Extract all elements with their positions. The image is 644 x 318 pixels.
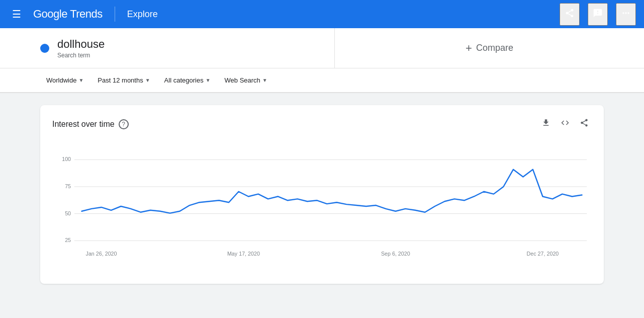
y-label-75: 75 bbox=[65, 183, 71, 189]
compare-button[interactable]: + Compare bbox=[457, 38, 521, 59]
chart-title: Interest over time bbox=[52, 120, 115, 129]
embed-button[interactable] bbox=[558, 115, 573, 133]
filters-bar: Worldwide ▼ Past 12 months ▼ All categor… bbox=[0, 68, 644, 93]
chart-actions bbox=[538, 115, 592, 133]
chevron-down-icon: ▼ bbox=[78, 77, 83, 83]
header-divider bbox=[115, 7, 115, 22]
compare-container: + Compare bbox=[335, 28, 644, 68]
search-term-value: dollhouse bbox=[57, 38, 105, 51]
share-chart-button[interactable] bbox=[577, 115, 592, 133]
search-term-label: Search term bbox=[57, 52, 105, 59]
filter-time[interactable]: Past 12 months ▼ bbox=[91, 72, 156, 88]
logo[interactable]: Google Trends bbox=[33, 8, 103, 21]
download-button[interactable] bbox=[538, 115, 554, 133]
main-content: Interest over time ? bbox=[0, 93, 644, 296]
x-label-dec: Dec 27, 2020 bbox=[527, 251, 559, 257]
y-label-25: 25 bbox=[65, 237, 71, 243]
y-label-100: 100 bbox=[62, 156, 71, 162]
filter-region-label: Worldwide bbox=[46, 76, 76, 84]
y-label-50: 50 bbox=[65, 210, 71, 216]
app-header: ☰ Google Trends Explore bbox=[0, 0, 644, 28]
chart-title-area: Interest over time ? bbox=[52, 119, 129, 129]
filter-search-type[interactable]: Web Search ▼ bbox=[219, 72, 273, 88]
trend-line bbox=[82, 170, 582, 213]
filter-category-label: All categories bbox=[164, 76, 204, 84]
apps-icon[interactable] bbox=[616, 3, 636, 26]
compare-label: Compare bbox=[476, 43, 513, 53]
compare-plus-icon: + bbox=[466, 42, 472, 55]
search-term-info: dollhouse Search term bbox=[57, 38, 105, 59]
chart-container: 100 75 50 25 Jan 26, 2020 May 17, 2020 S… bbox=[52, 141, 592, 274]
search-term-container: dollhouse Search term bbox=[0, 28, 335, 68]
filter-region[interactable]: Worldwide ▼ bbox=[40, 72, 89, 88]
trend-chart: 100 75 50 25 Jan 26, 2020 May 17, 2020 S… bbox=[52, 141, 592, 272]
filter-search-type-label: Web Search bbox=[225, 76, 260, 84]
x-label-sep: Sep 6, 2020 bbox=[381, 251, 410, 257]
menu-icon[interactable]: ☰ bbox=[8, 4, 25, 24]
logo-text: Google Trends bbox=[33, 8, 103, 21]
chart-header: Interest over time ? bbox=[52, 115, 592, 133]
share-icon[interactable] bbox=[560, 3, 580, 26]
x-label-jan: Jan 26, 2020 bbox=[86, 251, 117, 257]
explore-label: Explore bbox=[127, 9, 158, 20]
chevron-down-icon: ▼ bbox=[262, 77, 267, 83]
chevron-down-icon: ▼ bbox=[206, 77, 211, 83]
chevron-down-icon: ▼ bbox=[145, 77, 150, 83]
filter-time-label: Past 12 months bbox=[98, 76, 143, 84]
search-dot bbox=[40, 44, 49, 53]
filter-category[interactable]: All categories ▼ bbox=[158, 72, 217, 88]
search-area: dollhouse Search term + Compare bbox=[0, 28, 644, 68]
x-label-may: May 17, 2020 bbox=[227, 251, 260, 257]
interest-over-time-card: Interest over time ? bbox=[40, 105, 604, 284]
feedback-icon[interactable] bbox=[588, 3, 608, 26]
help-icon[interactable]: ? bbox=[119, 119, 129, 129]
